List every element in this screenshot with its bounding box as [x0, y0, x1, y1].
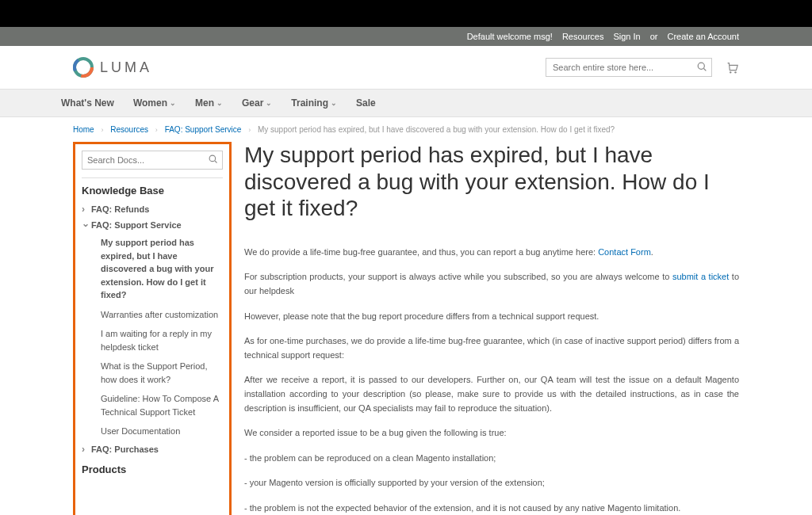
svg-point-6 [734, 71, 736, 73]
chevron-right-icon: › [155, 126, 158, 134]
sign-in-link[interactable]: Sign In [613, 32, 640, 41]
chevron-down-icon: ⌄ [331, 99, 337, 107]
svg-point-5 [730, 71, 731, 73]
bc-current: My support period has expired, but I hav… [258, 125, 615, 134]
sidebar-subitem[interactable]: Warranties after customization [82, 305, 223, 325]
breadcrumb: Home › Resources › FAQ: Support Service … [73, 117, 739, 142]
chevron-right-icon: › [101, 126, 103, 134]
nav-training[interactable]: Training⌄ [291, 97, 337, 109]
bc-home[interactable]: Home [73, 125, 94, 134]
create-account-link[interactable]: Create an Account [667, 32, 739, 41]
nav-women[interactable]: Women⌄ [133, 97, 176, 109]
cart-icon[interactable] [725, 60, 739, 74]
logo-icon [73, 57, 94, 78]
resources-link[interactable]: Resources [562, 32, 604, 41]
svg-line-4 [704, 69, 707, 71]
search-icon[interactable] [697, 62, 707, 72]
main-content: My support period has expired, but I hav… [244, 142, 739, 515]
divider [82, 177, 223, 178]
sidebar-subitem[interactable]: What is the Support Period, how does it … [82, 357, 223, 389]
svg-point-3 [698, 63, 704, 69]
doc-search[interactable] [82, 151, 223, 170]
sidebar-subitem-active[interactable]: My support period has expired, but I hav… [82, 233, 223, 305]
sidebar: Knowledge Base FAQ: Refunds FAQ: Support… [73, 142, 232, 515]
chevron-down-icon: ⌄ [170, 99, 176, 107]
sidebar-item-support-service[interactable]: FAQ: Support Service [82, 217, 223, 233]
svg-point-7 [209, 155, 216, 162]
header-panel: Default welcome msg! Resources Sign In o… [0, 27, 812, 46]
search-input[interactable] [546, 58, 712, 77]
logo[interactable]: LUMA [73, 57, 152, 78]
sidebar-item-refunds[interactable]: FAQ: Refunds [82, 201, 223, 217]
svg-line-8 [215, 161, 217, 163]
welcome-msg: Default welcome msg! [467, 32, 553, 41]
sidebar-subitem[interactable]: User Documentation [82, 422, 223, 441]
nav-sale[interactable]: Sale [356, 97, 376, 109]
nav-whats-new[interactable]: What's New [61, 97, 114, 109]
sidebar-subitem[interactable]: I am waiting for a reply in my helpdesk … [82, 324, 223, 357]
chevron-right-icon: › [248, 126, 251, 134]
main-nav: What's New Women⌄ Men⌄ Gear⌄ Training⌄ S… [0, 89, 812, 117]
nav-gear[interactable]: Gear⌄ [242, 97, 272, 109]
contact-form-link[interactable]: Contact Form [598, 247, 651, 257]
chevron-down-icon: ⌄ [216, 99, 223, 107]
products-heading: Products [82, 464, 223, 475]
nav-men[interactable]: Men⌄ [195, 97, 223, 109]
sidebar-subitem[interactable]: Guideline: How To Compose A Technical Su… [82, 389, 223, 422]
bc-resources[interactable]: Resources [110, 125, 148, 134]
kb-heading: Knowledge Base [82, 185, 223, 196]
logo-text: LUMA [100, 59, 152, 76]
bc-faq[interactable]: FAQ: Support Service [165, 125, 242, 134]
or-text: or [650, 32, 658, 41]
page-title: My support period has expired, but I hav… [244, 142, 739, 222]
article-body: We do provide a life-time bug-free guara… [244, 246, 739, 515]
chevron-down-icon: ⌄ [266, 99, 272, 107]
header-search[interactable] [546, 58, 712, 77]
sidebar-item-purchases[interactable]: FAQ: Purchases [82, 441, 223, 457]
doc-search-input[interactable] [82, 151, 223, 170]
search-icon[interactable] [209, 154, 218, 164]
submit-ticket-link[interactable]: submit a ticket [672, 272, 729, 281]
